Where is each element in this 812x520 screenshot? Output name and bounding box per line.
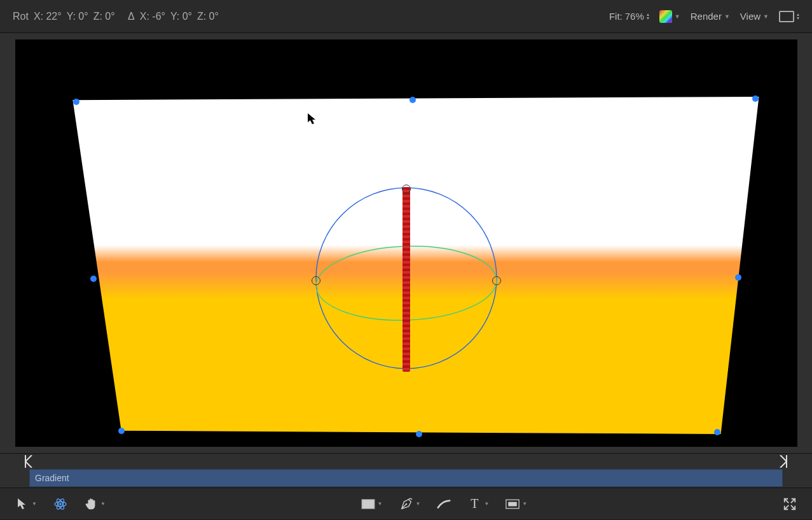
atom-orbit-icon: [53, 497, 67, 511]
chevron-down-icon: ▼: [675, 13, 680, 20]
pan-tool[interactable]: ▼: [81, 495, 108, 514]
rot-x: X: 22°: [34, 11, 62, 22]
viewport-layout-dropdown[interactable]: ▴▾: [779, 11, 799, 22]
delta-y: Y: 0°: [170, 11, 192, 22]
rot-y: Y: 0°: [67, 11, 88, 22]
gradient-layer[interactable]: [66, 97, 759, 434]
paint-stroke-tool[interactable]: [434, 495, 453, 514]
stepper-arrows-icon: ▴▾: [647, 13, 649, 20]
chevron-down-icon: ▼: [100, 501, 106, 507]
tool-toolbar: ▼ ▼ ▼ ▼: [0, 488, 812, 519]
right-tool-group: [780, 495, 799, 514]
svg-rect-4: [361, 499, 374, 509]
view-dropdown[interactable]: View ▼: [740, 11, 769, 22]
chevron-down-icon: ▼: [484, 501, 489, 507]
selection-handle[interactable]: [752, 95, 759, 102]
chevron-down-icon: ▼: [724, 13, 730, 20]
rot-z: Z: 0°: [93, 11, 115, 22]
selection-handle[interactable]: [714, 429, 720, 435]
hand-icon: [84, 497, 98, 511]
chevron-down-icon: ▼: [763, 13, 769, 20]
expand-arrows-icon: [783, 497, 797, 511]
svg-point-3: [59, 503, 62, 505]
text-tool[interactable]: T ▼: [465, 495, 492, 514]
selection-handle[interactable]: [735, 274, 741, 281]
canvas-area[interactable]: [0, 33, 812, 453]
rotation-readout: Rot X: 22° Y: 0° Z: 0° Δ X: -6° Y: 0° Z:…: [13, 11, 219, 22]
selection-handle[interactable]: [90, 276, 97, 282]
transform-3d-tool[interactable]: [51, 495, 70, 514]
chevron-down-icon: ▼: [416, 501, 421, 507]
delta-z: Z: 0°: [197, 11, 219, 22]
rot-label: Rot: [13, 11, 29, 22]
selection-handle[interactable]: [73, 99, 79, 105]
chevron-down-icon: ▼: [522, 501, 527, 507]
arrow-cursor-icon: [15, 497, 29, 511]
playhead-start-marker[interactable]: [24, 455, 33, 468]
chevron-down-icon: ▼: [378, 501, 383, 507]
canvas-frame: [15, 39, 797, 447]
brush-stroke-icon: [437, 497, 451, 511]
selection-handle[interactable]: [118, 428, 125, 434]
delta-x: X: -6°: [140, 11, 165, 22]
fullscreen-toggle[interactable]: [780, 495, 799, 514]
rectangle-icon: [361, 497, 375, 511]
mask-rectangle-icon: [506, 497, 520, 511]
gradient-plane: [66, 97, 759, 434]
mini-timeline[interactable]: Gradient: [0, 453, 812, 488]
selection-handle[interactable]: [409, 97, 416, 103]
pen-nib-icon: [399, 497, 413, 511]
color-channel-dropdown[interactable]: ▼: [659, 10, 680, 23]
canvas-view-controls: Fit: 76% ▴▾ ▼ Render ▼ View ▼ ▴▾: [609, 10, 799, 23]
view-label: View: [740, 11, 760, 22]
viewport-layout-icon: [779, 11, 794, 22]
render-mode-dropdown[interactable]: Render ▼: [691, 11, 730, 22]
svg-point-5: [405, 503, 407, 505]
color-channels-icon: [659, 10, 672, 23]
shape-tool[interactable]: ▼: [359, 495, 385, 514]
playhead-end-marker[interactable]: [779, 455, 788, 470]
stepper-arrows-icon: ▴▾: [797, 13, 799, 20]
fit-label: Fit:: [609, 11, 623, 22]
selection-handle[interactable]: [416, 431, 422, 437]
text-icon: T: [467, 497, 481, 511]
canvas-info-bar: Rot X: 22° Y: 0° Z: 0° Δ X: -6° Y: 0° Z:…: [0, 0, 812, 33]
delta-label: Δ: [128, 11, 135, 22]
left-tool-group: ▼ ▼: [13, 495, 108, 514]
fit-value: 76%: [625, 11, 644, 22]
center-tool-group: ▼ ▼ T ▼ ▼: [359, 495, 530, 514]
pen-tool[interactable]: ▼: [397, 495, 423, 514]
zoom-fit-control[interactable]: Fit: 76% ▴▾: [609, 11, 649, 22]
svg-rect-7: [509, 502, 518, 506]
mask-tool[interactable]: ▼: [503, 495, 530, 514]
chevron-down-icon: ▼: [32, 501, 37, 507]
timeline-layer-bar[interactable]: Gradient: [29, 469, 783, 487]
timeline-layer-name: Gradient: [35, 473, 69, 483]
render-label: Render: [691, 11, 722, 22]
selection-tool[interactable]: ▼: [13, 495, 39, 514]
